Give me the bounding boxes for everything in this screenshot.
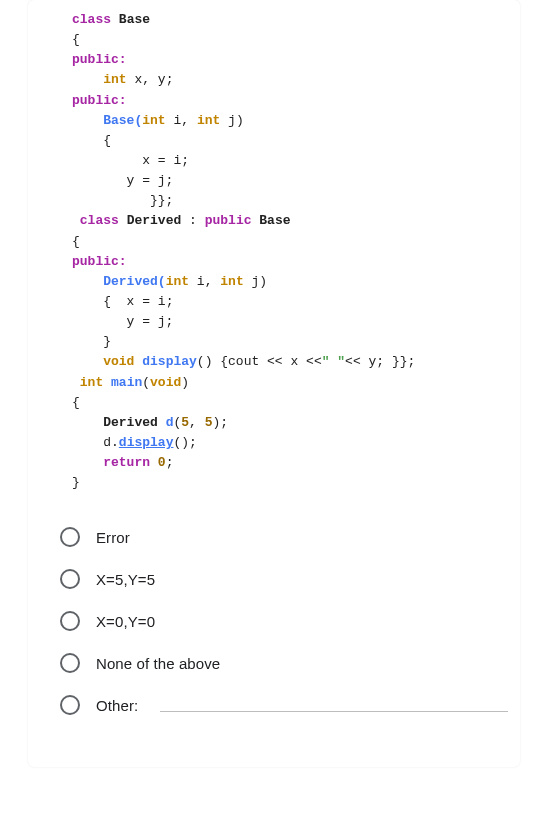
code-token: d.	[103, 435, 119, 450]
code-token: public	[205, 213, 252, 228]
code-token: display	[119, 435, 174, 450]
option-label: Other:	[96, 697, 138, 714]
code-token: public:	[72, 93, 127, 108]
code-token: {	[103, 133, 111, 148]
radio-icon	[60, 611, 80, 631]
code-token: ,	[189, 415, 197, 430]
option-other[interactable]: Other:	[60, 695, 508, 715]
code-token: x, y;	[134, 72, 173, 87]
code-token: Base(	[103, 113, 142, 128]
code-token: 0	[158, 455, 166, 470]
code-token: int	[220, 274, 243, 289]
code-token: Base	[119, 12, 150, 27]
code-token: :	[189, 213, 197, 228]
code-token: public:	[72, 254, 127, 269]
code-token: {	[72, 234, 80, 249]
code-token: )	[181, 375, 189, 390]
code-token: << y; }};	[345, 354, 415, 369]
code-token: class	[72, 12, 111, 27]
code-token: int	[103, 72, 126, 87]
code-token: );	[213, 415, 229, 430]
option-label: None of the above	[96, 655, 220, 672]
option-none[interactable]: None of the above	[60, 653, 508, 673]
code-token: int	[197, 113, 220, 128]
radio-icon	[60, 527, 80, 547]
code-token: () {cout << x <<	[197, 354, 322, 369]
code-token: j)	[252, 274, 268, 289]
code-token: 5	[205, 415, 213, 430]
code-token: class	[80, 213, 119, 228]
code-token: y = j;	[127, 314, 174, 329]
radio-icon	[60, 653, 80, 673]
option-error[interactable]: Error	[60, 527, 508, 547]
radio-icon	[60, 569, 80, 589]
code-token: int	[80, 375, 103, 390]
option-x0y0[interactable]: X=0,Y=0	[60, 611, 508, 631]
code-token: j)	[228, 113, 244, 128]
option-label: Error	[96, 529, 130, 546]
code-token: {	[72, 395, 80, 410]
question-card: class Base { public: int x, y; public: B…	[28, 0, 520, 767]
code-token: }};	[150, 193, 173, 208]
code-token: Base	[259, 213, 290, 228]
code-token: ();	[173, 435, 196, 450]
code-token: Derived	[127, 213, 182, 228]
option-label: X=0,Y=0	[96, 613, 155, 630]
code-block: class Base { public: int x, y; public: B…	[40, 10, 508, 497]
code-token: Derived(	[103, 274, 165, 289]
code-token: (	[142, 375, 150, 390]
code-token: {	[72, 32, 80, 47]
option-label: X=5,Y=5	[96, 571, 155, 588]
code-token: i,	[173, 113, 189, 128]
code-token: main	[111, 375, 142, 390]
code-token: public:	[72, 52, 127, 67]
code-token: " "	[322, 354, 345, 369]
code-token: return	[103, 455, 150, 470]
code-token: i,	[197, 274, 213, 289]
code-token: int	[142, 113, 165, 128]
code-token: void	[150, 375, 181, 390]
code-token: display	[142, 354, 197, 369]
code-token: 5	[181, 415, 189, 430]
code-token: { x = i;	[103, 294, 173, 309]
code-token: Derived	[103, 415, 158, 430]
answer-options: Error X=5,Y=5 X=0,Y=0 None of the above …	[60, 527, 508, 715]
option-x5y5[interactable]: X=5,Y=5	[60, 569, 508, 589]
code-token: }	[72, 475, 80, 490]
code-token: ;	[166, 455, 174, 470]
code-token: }	[103, 334, 111, 349]
code-token: void	[103, 354, 134, 369]
radio-icon	[60, 695, 80, 715]
code-token: x = i;	[142, 153, 189, 168]
code-token: y = j;	[127, 173, 174, 188]
code-token: int	[166, 274, 189, 289]
other-input-line[interactable]	[160, 711, 508, 712]
